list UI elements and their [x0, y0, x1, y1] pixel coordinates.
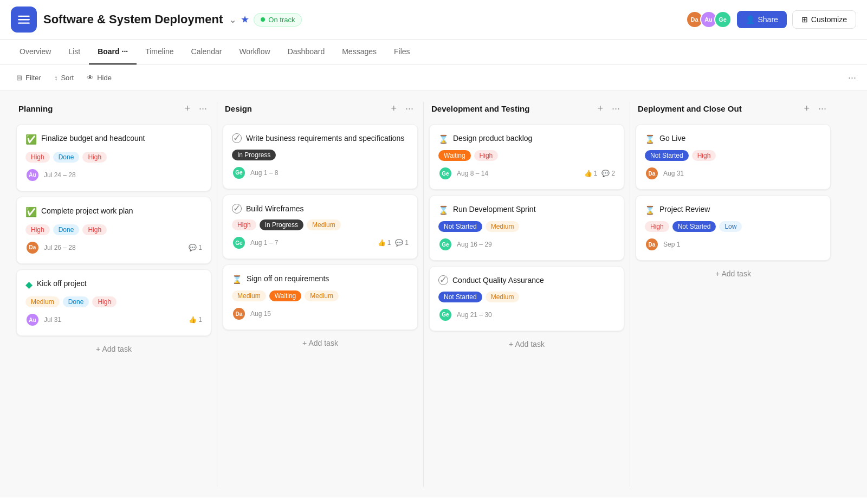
hide-button[interactable]: 👁 Hide [81, 70, 117, 85]
hourglass-icon: ⌛ [232, 274, 242, 285]
tag-medium-d2-2: Medium [307, 219, 341, 230]
tab-timeline[interactable]: Timeline [137, 40, 182, 64]
column-design: Design + ··· ✓Write business requirement… [217, 102, 423, 353]
card-tags-d2: HighIn ProgressMedium [232, 219, 409, 230]
column-planning: Planning + ··· ✅Finalize budget and head… [11, 102, 217, 359]
like-icon: 👍 [584, 170, 592, 177]
comment-icon: 💬 [189, 244, 197, 251]
column-title-dev-testing: Development and Testing [431, 104, 591, 113]
card-meta-p2: 💬 1 [189, 244, 202, 251]
card-tags-p1: HighDoneHigh [25, 152, 202, 163]
tag-waiting-d3-1: Waiting [269, 290, 302, 301]
tag-waiting-dt1-0: Waiting [438, 150, 471, 161]
column-add-design[interactable]: + [389, 102, 399, 115]
add-task-planning[interactable]: + Add task [16, 339, 211, 359]
card-title-text-dep1: Go Live [659, 133, 685, 144]
card-dt1[interactable]: ⌛Design product backlogWaitingHighGeAug … [429, 124, 624, 190]
column-add-deployment[interactable]: + [801, 102, 812, 115]
column-more-planning[interactable]: ··· [197, 102, 209, 115]
column-title-deployment: Deployment and Close Out [638, 104, 797, 113]
tab-overview[interactable]: Overview [11, 40, 60, 64]
card-p1[interactable]: ✅Finalize budget and headcountHighDoneHi… [16, 124, 211, 191]
card-tags-dt3: Not StartedMedium [438, 292, 615, 302]
card-title-text-dt1: Design product backlog [453, 133, 532, 144]
card-date-dt3: Aug 21 – 30 [457, 311, 492, 319]
header: Software & System Deployment ⌄ ★ On trac… [0, 0, 867, 40]
add-task-design[interactable]: + Add task [223, 333, 418, 353]
cards-deployment: ⌛Go LiveNot StartedHighDaAug 31⌛Project … [636, 124, 831, 261]
card-title-p3: ◆Kick off project [25, 279, 202, 292]
card-title-text-dt2: Run Development Sprint [453, 204, 536, 215]
tab-dashboard[interactable]: Dashboard [279, 40, 334, 64]
card-d1[interactable]: ✓Write business requirements and specifi… [223, 124, 418, 189]
tab-files[interactable]: Files [385, 40, 419, 64]
column-header-dev-testing: Development and Testing + ··· [429, 102, 624, 115]
avatar-ge[interactable]: Ge [714, 11, 732, 28]
more-options-button[interactable]: ··· [848, 72, 856, 83]
card-meta-d2: 👍 1💬 1 [378, 239, 409, 247]
tab-calendar[interactable]: Calendar [183, 40, 231, 64]
card-title-dt3: ✓Conduct Quality Assurance [438, 275, 615, 286]
tab-board[interactable]: Board ··· [89, 40, 137, 64]
card-d2[interactable]: ✓Build WireframesHighIn ProgressMediumGe… [223, 195, 418, 260]
tab-list[interactable]: List [60, 40, 89, 64]
card-title-text-d1: Write business requirements and specific… [246, 133, 404, 144]
hide-icon: 👁 [87, 74, 94, 82]
add-task-dev-testing[interactable]: + Add task [429, 334, 624, 354]
like-icon: 👍 [378, 239, 386, 247]
column-more-design[interactable]: ··· [403, 102, 416, 115]
card-p2[interactable]: ✅Complete project work planHighDoneHighD… [16, 197, 211, 264]
tab-messages[interactable]: Messages [333, 40, 385, 64]
card-p3[interactable]: ◆Kick off projectMediumDoneHighAuJul 31👍… [16, 269, 211, 337]
column-header-deployment: Deployment and Close Out + ··· [636, 102, 831, 115]
card-tags-p2: HighDoneHigh [25, 224, 202, 235]
card-d3[interactable]: ⌛Sign off on requirementsMediumWaitingMe… [223, 264, 418, 330]
card-title-p2: ✅Complete project work plan [25, 206, 202, 219]
column-title-design: Design [225, 104, 384, 113]
tag-not-started-dt2-0: Not Started [438, 221, 482, 232]
board: Planning + ··· ✅Finalize budget and head… [0, 91, 867, 497]
card-title-dep1: ⌛Go Live [645, 133, 821, 145]
tag-done-p1-1: Done [53, 152, 80, 163]
filter-icon: ⊟ [16, 74, 22, 82]
card-title-text-d3: Sign off on requirements [247, 274, 329, 285]
column-title-planning: Planning [18, 104, 178, 113]
card-dep2[interactable]: ⌛Project ReviewHighNot StartedLowDaSep 1 [636, 195, 831, 261]
card-date-d3: Aug 15 [250, 310, 271, 318]
column-add-planning[interactable]: + [182, 102, 192, 115]
status-badge[interactable]: On track [254, 13, 302, 27]
svg-rect-2 [18, 23, 30, 24]
card-tags-dt1: WaitingHigh [438, 150, 615, 161]
avatars: Da Au Ge [686, 11, 732, 28]
card-dep1[interactable]: ⌛Go LiveNot StartedHighDaAug 31 [636, 124, 831, 190]
card-title-text-dep2: Project Review [659, 204, 710, 215]
customize-button[interactable]: ⊞ Customize [792, 10, 856, 29]
card-avatar-d2: Ge [232, 236, 246, 250]
card-title-d1: ✓Write business requirements and specifi… [232, 133, 409, 144]
filter-button[interactable]: ⊟ Filter [11, 70, 47, 85]
card-avatar-dep1: Da [645, 166, 659, 180]
chevron-down-icon[interactable]: ⌄ [229, 15, 236, 25]
card-dt3[interactable]: ✓Conduct Quality AssuranceNot StartedMed… [429, 266, 624, 331]
column-add-dev-testing[interactable]: + [595, 102, 605, 115]
hourglass-icon: ⌛ [645, 133, 655, 145]
column-more-dev-testing[interactable]: ··· [610, 102, 622, 115]
cards-design: ✓Write business requirements and specifi… [223, 124, 418, 330]
card-dt2[interactable]: ⌛Run Development SprintNot StartedMedium… [429, 195, 624, 261]
star-icon[interactable]: ★ [241, 14, 249, 25]
card-footer-dt2: GeAug 16 – 29 [438, 237, 615, 251]
share-button[interactable]: 👤 Share [737, 11, 787, 28]
comment-icon: 💬 [395, 239, 403, 247]
cards-planning: ✅Finalize budget and headcountHighDoneHi… [16, 124, 211, 336]
title-actions: ⌄ ★ On track [229, 13, 302, 27]
menu-button[interactable] [11, 7, 37, 33]
tag-not-started-dt3-0: Not Started [438, 292, 482, 302]
tab-workflow[interactable]: Workflow [230, 40, 279, 64]
add-task-deployment[interactable]: + Add task [636, 264, 831, 283]
tag-done-p2-1: Done [53, 224, 80, 235]
column-more-deployment[interactable]: ··· [816, 102, 829, 115]
tag-high-p3-2: High [92, 296, 117, 307]
sort-button[interactable]: ↕ Sort [49, 70, 79, 85]
hourglass-icon: ⌛ [438, 133, 449, 145]
tag-high-p2-2: High [82, 224, 107, 235]
